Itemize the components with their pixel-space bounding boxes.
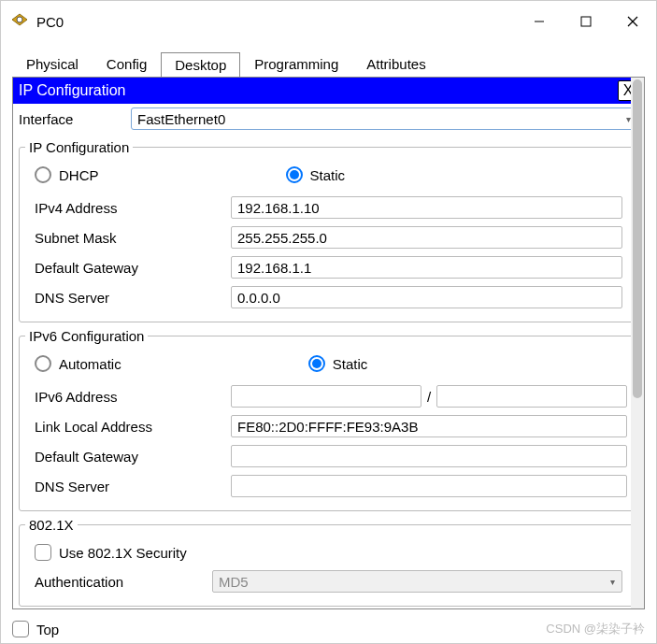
minimize-button[interactable] — [516, 1, 563, 42]
tab-programming[interactable]: Programming — [240, 51, 352, 77]
svg-rect-2 — [581, 17, 591, 26]
subnet-mask-label: Subnet Mask — [35, 230, 231, 246]
ipv4-address-label: IPv4 Address — [35, 200, 231, 216]
radio-automatic[interactable]: Automatic — [35, 355, 121, 372]
ipv6-address-label: IPv6 Address — [35, 389, 231, 405]
subnet-mask-input[interactable] — [231, 226, 622, 249]
ipv6-mode-radios: Automatic Static — [25, 350, 636, 381]
ipv6-address-input[interactable] — [231, 385, 421, 408]
authentication-label: Authentication — [35, 574, 212, 590]
dns-server-input[interactable] — [231, 286, 622, 308]
close-button[interactable] — [609, 1, 656, 42]
prefix-separator: / — [427, 389, 431, 405]
ipv4-address-input[interactable] — [231, 196, 622, 219]
panel-title: IP Configuration — [19, 82, 618, 99]
default-gateway-label: Default Gateway — [35, 260, 231, 276]
top-checkbox[interactable] — [12, 621, 29, 637]
authentication-select[interactable] — [212, 570, 622, 593]
radio-automatic-label: Automatic — [59, 356, 121, 372]
ipv6-gateway-input[interactable] — [231, 445, 627, 467]
dns-server-label: DNS Server — [35, 290, 231, 306]
dot1x-checkbox-row: Use 802.1X Security — [25, 538, 632, 566]
ipv4-legend: IP Configuration — [25, 139, 133, 155]
maximize-button[interactable] — [563, 1, 609, 42]
ipv6-fieldset: IPv6 Configuration Automatic Static IPv6… — [19, 328, 643, 511]
ipv6-dns-label: DNS Server — [35, 479, 231, 494]
app-icon — [10, 12, 29, 31]
ipv4-mode-radios: DHCP Static — [25, 161, 632, 193]
tab-config[interactable]: Config — [93, 51, 161, 77]
window-title: PC0 — [36, 14, 516, 30]
content-scroll: IP Configuration X Interface ▾ IP Config… — [13, 78, 644, 608]
watermark: CSDN @柒染子衿 — [546, 621, 645, 637]
footer: Top CSDN @柒染子衿 — [1, 615, 656, 643]
tab-attributes[interactable]: Attributes — [352, 51, 439, 77]
dot1x-checkbox-label: Use 802.1X Security — [59, 545, 187, 561]
link-local-label: Link Local Address — [35, 419, 231, 435]
tab-bar: Physical Config Desktop Programming Attr… — [1, 42, 656, 77]
window: PC0 Physical Config Desktop Programming … — [0, 0, 657, 644]
radio-static-ipv6[interactable]: Static — [308, 355, 368, 372]
default-gateway-input[interactable] — [231, 256, 622, 279]
radio-dhcp[interactable]: DHCP — [35, 166, 99, 183]
tab-desktop[interactable]: Desktop — [161, 52, 240, 78]
ipv6-prefix-input[interactable] — [436, 385, 627, 408]
radio-dhcp-label: DHCP — [59, 167, 99, 183]
dot1x-legend: 802.1X — [25, 517, 78, 533]
ipv4-fieldset: IP Configuration DHCP Static IPv4 Addres… — [19, 139, 638, 322]
window-controls — [516, 1, 656, 42]
interface-select[interactable] — [131, 107, 638, 130]
content-area: IP Configuration X Interface ▾ IP Config… — [12, 77, 645, 609]
scrollbar-thumb[interactable] — [633, 79, 642, 398]
interface-label: Interface — [19, 111, 131, 127]
tab-physical[interactable]: Physical — [12, 51, 93, 77]
dot1x-fieldset: 802.1X Use 802.1X Security Authenticatio… — [19, 517, 638, 607]
svg-point-0 — [17, 17, 22, 22]
radio-static-ipv4-label: Static — [310, 167, 346, 183]
link-local-input[interactable] — [231, 415, 627, 437]
ipv6-gateway-label: Default Gateway — [35, 449, 231, 465]
radio-static-ipv4[interactable]: Static — [286, 166, 346, 183]
radio-static-ipv6-label: Static — [333, 356, 368, 372]
interface-row: Interface ▾ — [13, 104, 644, 134]
top-label: Top — [36, 622, 59, 637]
ipv6-dns-input[interactable] — [231, 475, 627, 497]
dot1x-checkbox[interactable] — [35, 544, 51, 561]
ipv6-legend: IPv6 Configuration — [25, 328, 148, 344]
titlebar: PC0 — [1, 1, 656, 42]
scrollbar[interactable] — [631, 78, 644, 608]
panel-header: IP Configuration X — [13, 78, 644, 104]
